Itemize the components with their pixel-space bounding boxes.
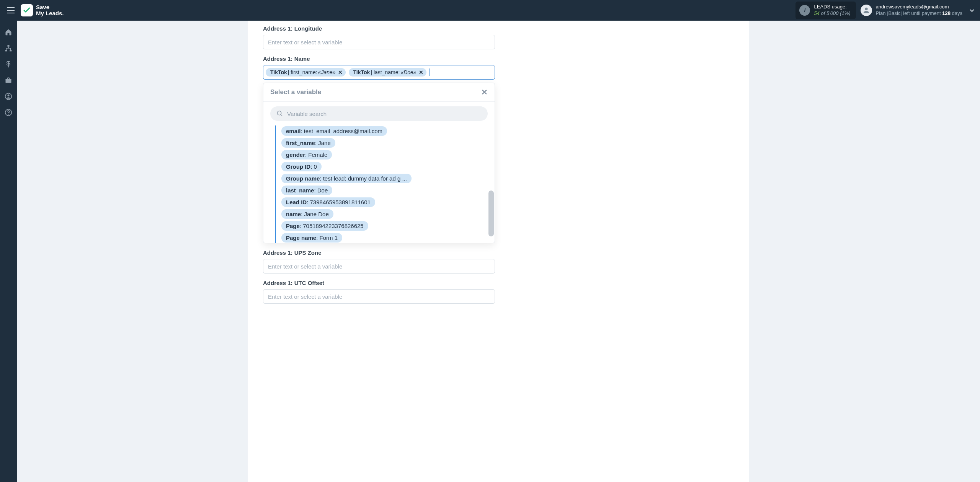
variable-option[interactable]: email: test_email_address@mail.com (281, 126, 387, 136)
field-utc-offset: Address 1: UTC Offset (263, 280, 495, 304)
dropdown-search[interactable] (270, 106, 488, 121)
user-plan: Plan |Basic| left until payment 128 days (876, 10, 962, 17)
sidebar-item-help[interactable] (0, 105, 17, 120)
days-left: 128 (942, 10, 951, 16)
form-card: Address 1: Longitude Address 1: Name Tik… (248, 21, 749, 482)
variable-option[interactable]: last_name: Doe (281, 186, 332, 195)
usage-label: LEADS usage: (814, 4, 850, 10)
logo-mark (21, 4, 33, 16)
variable-option[interactable]: gender: Female (281, 150, 332, 160)
brand-name: Save My Leads. (36, 4, 64, 17)
dropdown-title: Select a variable (270, 88, 321, 96)
variable-search-input[interactable] (287, 111, 482, 117)
usage-text: LEADS usage: 54 of 5'000 (1%) (814, 4, 850, 17)
plan-prefix: Plan | (876, 10, 889, 16)
sidebar-item-connections[interactable] (0, 41, 17, 56)
user-menu[interactable]: andrewsavemyleads@gmail.com Plan |Basic|… (861, 4, 975, 17)
sidebar-item-home[interactable] (0, 24, 17, 40)
sidebar-item-briefcase[interactable] (0, 73, 17, 88)
field-ups-zone: Address 1: UPS Zone (263, 249, 495, 274)
remove-pill-icon[interactable]: ✕ (419, 69, 423, 75)
label-name: Address 1: Name (263, 55, 495, 62)
briefcase-icon (5, 77, 12, 84)
chevron-down-icon (969, 8, 975, 13)
user-icon (862, 6, 871, 15)
days-word: days (951, 10, 962, 16)
brand-line1: Save (36, 4, 64, 11)
variable-pill[interactable]: TikTok | first_name: «Jane» ✕ (266, 68, 346, 77)
main-content: Address 1: Longitude Address 1: Name Tik… (17, 21, 980, 482)
usage-indicator[interactable]: i LEADS usage: 54 of 5'000 (1%) (795, 2, 856, 19)
variable-option[interactable]: Group ID: 0 (281, 162, 322, 171)
svg-rect-4 (6, 79, 11, 83)
variable-option[interactable]: Lead ID: 7398465953891811601 (281, 197, 375, 207)
user-info: andrewsavemyleads@gmail.com Plan |Basic|… (876, 4, 962, 17)
input-ups-zone[interactable] (263, 259, 495, 274)
svg-rect-2 (5, 50, 7, 51)
help-icon (5, 109, 12, 116)
variable-option[interactable]: first_name: Jane (281, 138, 335, 148)
variable-pill[interactable]: TikTok | last_name: «Doe» ✕ (349, 68, 426, 77)
hamburger-menu-button[interactable] (5, 5, 16, 16)
dropdown-search-wrap (263, 102, 495, 125)
sidebar-item-billing[interactable] (0, 57, 17, 72)
svg-point-6 (8, 94, 10, 96)
dropdown-header: Select a variable ✕ (263, 83, 495, 102)
usage-limit: 5'000 (826, 10, 838, 16)
sidebar (0, 21, 17, 482)
usage-of: of (821, 10, 825, 16)
search-icon (276, 110, 283, 117)
usage-value: 54 of 5'000 (1%) (814, 10, 850, 17)
input-name[interactable]: TikTok | first_name: «Jane» ✕TikTok | la… (263, 65, 495, 80)
svg-rect-1 (8, 45, 10, 47)
user-circle-icon (5, 93, 12, 100)
label-ups-zone: Address 1: UPS Zone (263, 249, 495, 256)
label-utc-offset: Address 1: UTC Offset (263, 280, 495, 286)
svg-point-9 (277, 111, 281, 115)
field-name: Address 1: Name TikTok | first_name: «Ja… (263, 55, 495, 243)
label-longitude: Address 1: Longitude (263, 25, 495, 32)
input-utc-offset[interactable] (263, 289, 495, 304)
brand-logo[interactable]: Save My Leads. (21, 4, 64, 17)
variable-option[interactable]: Group name: test lead: dummy data for ad… (281, 174, 412, 183)
info-icon: i (799, 5, 810, 16)
check-icon (23, 7, 31, 14)
brand-line2: My Leads. (36, 10, 64, 17)
svg-rect-3 (10, 50, 11, 51)
hamburger-icon (7, 7, 15, 13)
sitemap-icon (5, 44, 12, 52)
avatar (861, 5, 872, 16)
field-longitude: Address 1: Longitude (263, 25, 495, 49)
variable-option[interactable]: Page: 7051894223376826625 (281, 221, 368, 231)
text-cursor (430, 68, 430, 76)
home-icon (5, 28, 12, 36)
plan-mid: | left until payment (900, 10, 942, 16)
svg-point-8 (8, 114, 9, 115)
topbar: Save My Leads. i LEADS usage: 54 of 5'00… (0, 0, 980, 21)
close-icon[interactable]: ✕ (481, 88, 488, 97)
variable-option[interactable]: name: Jane Doe (281, 209, 333, 219)
variable-dropdown: Select a variable ✕ email: test_email_ad… (263, 83, 495, 243)
remove-pill-icon[interactable]: ✕ (338, 69, 343, 75)
plan-name: Basic (889, 10, 901, 16)
sidebar-item-account[interactable] (0, 89, 17, 104)
scrollbar-thumb[interactable] (488, 191, 494, 236)
user-email: andrewsavemyleads@gmail.com (876, 4, 962, 10)
svg-point-0 (865, 8, 867, 10)
input-longitude[interactable] (263, 35, 495, 49)
dropdown-list[interactable]: email: test_email_address@mail.comfirst_… (263, 125, 495, 243)
dollar-icon (5, 60, 12, 68)
variable-option[interactable]: Page name: Form 1 (281, 233, 342, 243)
usage-pct: (1%) (840, 10, 850, 16)
usage-count: 54 (814, 10, 819, 16)
